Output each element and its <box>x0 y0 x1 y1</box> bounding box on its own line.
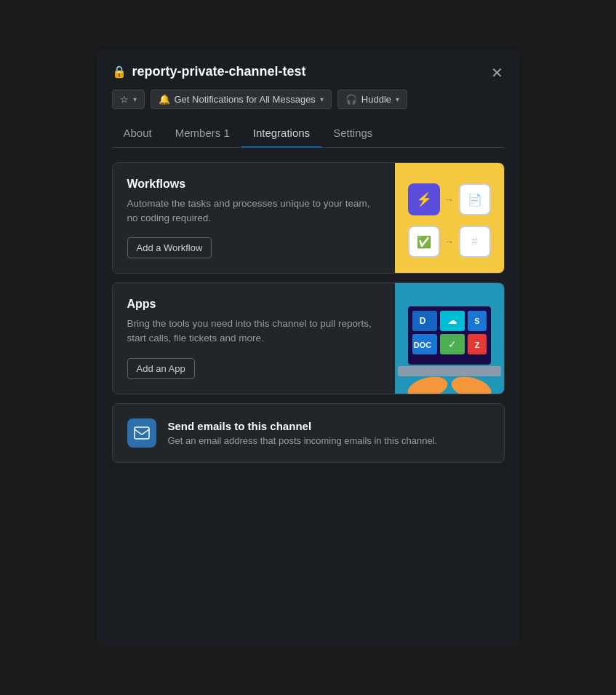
notifications-button[interactable]: 🔔 Get Notifications for All Messages ▾ <box>151 90 332 109</box>
star-button[interactable]: ☆ ▾ <box>112 90 145 109</box>
email-title: Send emails to this channel <box>168 420 438 432</box>
tab-integrations[interactable]: Integrations <box>241 119 321 148</box>
apps-graphic: D ☁ S DOC ✓ Z <box>395 283 504 394</box>
tab-about[interactable]: About <box>112 119 164 148</box>
star-chevron-icon: ▾ <box>133 95 137 103</box>
apps-card: Apps Bring the tools you need into this … <box>112 282 505 394</box>
email-icon <box>127 418 156 448</box>
wf-box-text: 📄 <box>459 183 491 215</box>
tabs-bar: About Members 1 Integrations Settings <box>112 119 505 148</box>
tab-settings[interactable]: Settings <box>321 119 384 148</box>
tab-members[interactable]: Members 1 <box>164 119 241 148</box>
workflows-title: Workflows <box>127 178 380 191</box>
workflows-card: Workflows Automate the tasks and process… <box>112 162 505 274</box>
wf-box-check: ✅ <box>408 226 440 258</box>
workflow-graphic: ⚡ → 📄 ✅ → # <box>395 163 504 274</box>
envelope-icon <box>134 426 150 440</box>
wf-box-hash: # <box>459 226 491 258</box>
notifications-chevron-icon: ▾ <box>320 95 324 103</box>
page-overlay: 🔒 reporty-private-channel-test ✕ ☆ ▾ 🔔 G… <box>0 0 616 695</box>
channel-modal: 🔒 reporty-private-channel-test ✕ ☆ ▾ 🔔 G… <box>97 49 519 646</box>
close-button[interactable]: ✕ <box>487 63 508 83</box>
notifications-label: Get Notifications for All Messages <box>175 94 316 105</box>
wf-arrow-2: → <box>444 236 455 247</box>
svg-text:✓: ✓ <box>448 338 457 350</box>
email-description: Get an email address that posts incoming… <box>168 435 438 446</box>
star-icon: ☆ <box>120 94 129 105</box>
toolbar: ☆ ▾ 🔔 Get Notifications for All Messages… <box>112 90 505 109</box>
add-app-button[interactable]: Add an App <box>127 358 195 379</box>
email-card[interactable]: Send emails to this channel Get an email… <box>112 403 505 463</box>
modal-title-row: 🔒 reporty-private-channel-test <box>112 64 505 79</box>
huddle-label: Huddle <box>361 94 391 105</box>
svg-rect-13 <box>398 366 501 376</box>
channel-name: reporty-private-channel-test <box>132 64 306 79</box>
huddle-button[interactable]: 🎧 Huddle ▾ <box>337 90 407 109</box>
svg-text:S: S <box>474 317 479 325</box>
huddle-chevron-icon: ▾ <box>396 95 399 103</box>
workflows-card-content: Workflows Automate the tasks and process… <box>113 163 395 274</box>
svg-text:D: D <box>419 316 425 326</box>
bell-icon: 🔔 <box>159 94 170 105</box>
workflows-illustration: ⚡ → 📄 ✅ → # <box>395 163 504 274</box>
modal-body: Workflows Automate the tasks and process… <box>97 148 519 477</box>
headphone-icon: 🎧 <box>345 94 357 105</box>
apps-title: Apps <box>127 298 380 311</box>
email-text: Send emails to this channel Get an email… <box>168 420 438 446</box>
modal-header: 🔒 reporty-private-channel-test ✕ ☆ ▾ 🔔 G… <box>97 49 519 148</box>
apps-illustration: D ☁ S DOC ✓ Z <box>395 283 504 394</box>
apps-svg: D ☁ S DOC ✓ Z <box>395 299 504 394</box>
svg-text:☁: ☁ <box>448 316 457 326</box>
svg-text:Z: Z <box>474 341 479 349</box>
svg-text:DOC: DOC <box>413 341 431 349</box>
wf-arrow-1: → <box>444 194 455 205</box>
wf-box-lightning: ⚡ <box>408 183 440 215</box>
workflows-description: Automate the tasks and processes unique … <box>127 196 380 226</box>
workflow-grid: ⚡ → 📄 ✅ → # <box>408 183 491 252</box>
apps-card-content: Apps Bring the tools you need into this … <box>113 283 395 394</box>
svg-rect-16 <box>135 427 149 439</box>
lock-icon: 🔒 <box>112 65 127 79</box>
apps-description: Bring the tools you need into this chann… <box>127 317 380 346</box>
add-workflow-button[interactable]: Add a Workflow <box>127 237 212 258</box>
